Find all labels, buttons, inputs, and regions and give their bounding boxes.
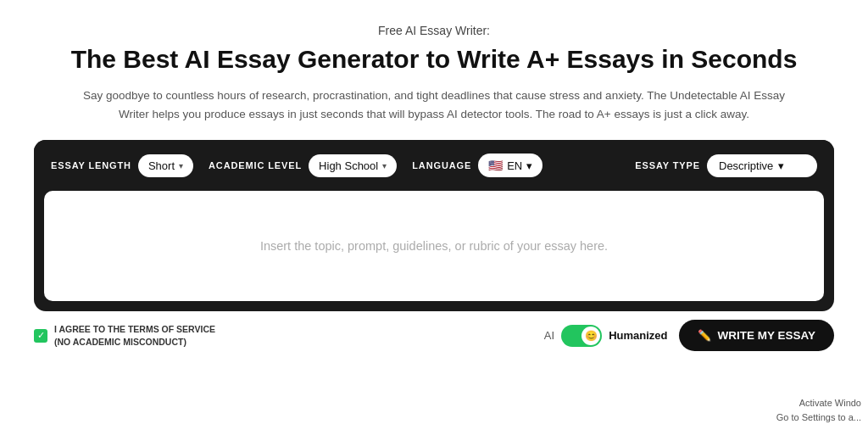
essay-type-chevron-icon: ▾ [778,159,784,172]
essay-type-dropdown[interactable]: Descriptive ▾ [707,154,817,177]
language-label: LANGUAGE [412,160,471,170]
toggle-ai-label: AI [544,329,554,342]
bottom-bar: ✓ I AGREE TO THE TERMS OF SERVICE (NO AC… [34,311,834,351]
toolbar: ESSAY LENGTH Short ▾ ACADEMIC LEVEL High… [34,140,834,191]
activate-windows-notice: Activate Windo Go to Settings to a... [770,393,868,427]
toggle-group: AI 😊 Humanized [544,325,668,347]
language-dropdown[interactable]: 🇺🇸 EN ▾ [478,154,542,177]
essay-length-label: ESSAY LENGTH [51,160,131,170]
ai-humanized-toggle[interactable]: 😊 [561,325,602,347]
toggle-thumb: 😊 [581,327,600,345]
terms-text: I AGREE TO THE TERMS OF SERVICE (NO ACAD… [54,323,215,348]
main-title: The Best AI Essay Generator to Write A+ … [71,44,798,75]
essay-length-chevron-icon: ▾ [179,161,183,170]
write-essay-button[interactable]: ✏️ WRITE MY ESSAY [679,320,834,351]
terms-group: ✓ I AGREE TO THE TERMS OF SERVICE (NO AC… [34,323,215,348]
toggle-humanized-label: Humanized [609,329,667,342]
essay-length-dropdown[interactable]: Short ▾ [138,154,193,177]
textarea-placeholder: Insert the topic, prompt, guidelines, or… [260,239,608,253]
essay-type-group: ESSAY TYPE Descriptive ▾ [635,154,817,177]
right-controls: AI 😊 Humanized ✏️ WRITE MY ESSAY [544,320,834,351]
page-subtitle: Free AI Essay Writer: [378,24,490,37]
essay-length-group: ESSAY LENGTH Short ▾ [51,154,193,177]
description-text: Say goodbye to countless hours of resear… [70,87,798,123]
academic-level-dropdown[interactable]: High School ▾ [309,154,397,177]
academic-level-label: ACADEMIC LEVEL [209,160,302,170]
language-group: LANGUAGE 🇺🇸 EN ▾ [412,154,542,177]
terms-checkbox[interactable]: ✓ [34,329,47,343]
academic-level-group: ACADEMIC LEVEL High School ▾ [209,154,397,177]
pencil-icon: ✏️ [698,329,711,342]
language-chevron-icon: ▾ [526,159,532,172]
essay-type-label: ESSAY TYPE [635,160,700,170]
page-container: Free AI Essay Writer: The Best AI Essay … [0,0,868,441]
flag-icon: 🇺🇸 [488,159,503,172]
tool-card: ESSAY LENGTH Short ▾ ACADEMIC LEVEL High… [34,140,834,311]
academic-level-chevron-icon: ▾ [382,161,387,170]
essay-textarea-area[interactable]: Insert the topic, prompt, guidelines, or… [44,191,824,301]
